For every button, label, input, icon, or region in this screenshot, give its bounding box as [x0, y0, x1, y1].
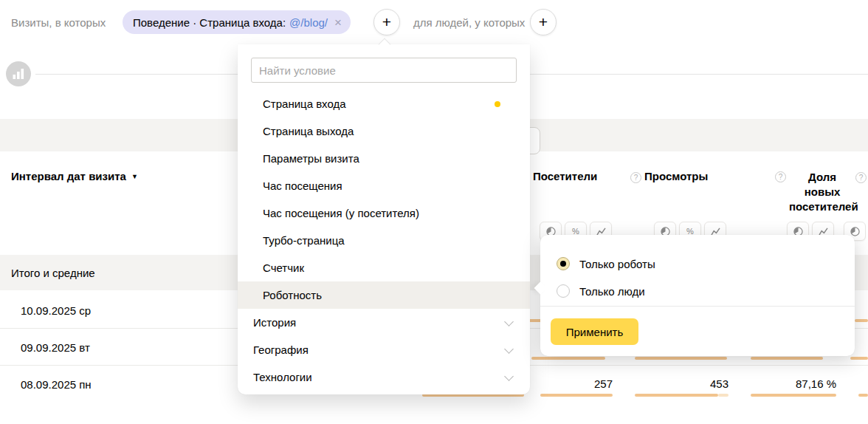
totals-label: Итого и средние — [11, 267, 95, 279]
date-interval-label: Интервал дат визита — [11, 170, 126, 182]
condition-search-input[interactable] — [251, 58, 517, 83]
help-icon[interactable]: ? — [630, 172, 641, 183]
category-label: История — [253, 316, 296, 329]
condition-label: Час посещения (у посетителя) — [263, 207, 419, 219]
column-header-visitors[interactable]: Посетители — [533, 170, 597, 182]
radio-only-humans[interactable]: Только люди — [557, 284, 645, 298]
table-row-date[interactable]: 09.09.2025 вт — [21, 341, 90, 354]
radio-label: Только люди — [579, 285, 645, 298]
sort-desc-icon: ▼ — [131, 173, 138, 180]
add-visit-condition-button[interactable]: + — [373, 9, 400, 35]
people-condition-label: для людей, у которых — [413, 16, 525, 29]
condition-item-visitor-hour[interactable]: Час посещения (у посетителя) — [238, 199, 530, 227]
condition-label: Страница выхода — [263, 125, 354, 137]
value-bar — [635, 394, 718, 397]
chevron-down-icon — [504, 344, 514, 354]
value-bar — [751, 394, 836, 397]
help-icon[interactable]: ? — [775, 171, 786, 182]
visitors-value: 257 — [539, 377, 613, 390]
value-bar — [540, 394, 613, 397]
value-bar-light-tail — [718, 394, 728, 397]
new-visitors-share-value: 87,16 % — [762, 377, 836, 390]
value-bar — [531, 357, 605, 360]
category-label: География — [253, 343, 309, 356]
table-row-date[interactable]: 10.09.2025 ср — [21, 304, 91, 317]
date-interval-column-header[interactable]: Интервал дат визита▼ — [11, 170, 138, 182]
line-chart-icon — [819, 228, 828, 236]
radio-selected-icon — [557, 257, 570, 270]
condition-category-technologies[interactable]: Технологии — [238, 363, 530, 391]
pie-chart-icon — [850, 227, 860, 236]
condition-item-counter[interactable]: Счетчик — [238, 254, 530, 281]
value-bar — [635, 357, 727, 360]
condition-label: Час посещения — [263, 179, 342, 192]
help-icon[interactable]: ? — [855, 172, 867, 183]
condition-label: Турбо-страница — [263, 234, 345, 247]
dropdown-pointer-notch — [379, 38, 391, 51]
condition-label: Счетчик — [263, 261, 304, 274]
condition-category-history[interactable]: История — [238, 309, 530, 336]
bar-chart-toggle-icon[interactable] — [6, 61, 31, 86]
condition-item-exit-page[interactable]: Страница выхода — [238, 117, 530, 145]
line-chart-icon — [711, 228, 720, 236]
value-bar — [850, 357, 868, 360]
chevron-down-icon — [504, 372, 514, 381]
radio-label: Только роботы — [579, 258, 655, 270]
condition-label: Роботность — [263, 289, 322, 301]
metrica-segment-report-screen: Визиты, в которых Поведение · Страница в… — [0, 0, 868, 424]
category-label: Технологии — [253, 371, 312, 383]
radio-unselected-icon — [557, 284, 570, 298]
column-header-pageviews[interactable]: Просмотры — [644, 170, 708, 182]
condition-item-robotness[interactable]: Роботность — [238, 281, 530, 309]
condition-label: Страница входа — [263, 98, 346, 110]
condition-list: Страница входа Страница выхода Параметры… — [238, 90, 530, 391]
popup-divider — [540, 306, 855, 307]
column-header-new-visitors-share[interactable]: ? Доля новых посетителей — [775, 171, 855, 214]
radio-only-robots[interactable]: Только роботы — [557, 257, 655, 270]
condition-dropdown-panel: Страница входа Страница выхода Параметры… — [238, 44, 530, 394]
line-chart-icon — [596, 228, 606, 236]
visits-condition-label: Визиты, в которых — [11, 16, 106, 29]
close-icon[interactable]: × — [334, 16, 342, 29]
value-bar — [855, 319, 868, 322]
condition-item-entry-page[interactable]: Страница входа — [238, 90, 530, 117]
condition-label: Параметры визита — [263, 152, 359, 165]
value-bar — [751, 357, 823, 360]
condition-item-visit-hour[interactable]: Час посещения — [238, 172, 530, 199]
condition-category-geography[interactable]: География — [238, 336, 530, 363]
condition-item-turbo-page[interactable]: Турбо-страница — [238, 227, 530, 254]
robotness-options-popup: Только роботы Только люди Применить — [540, 235, 855, 356]
add-people-condition-button[interactable]: + — [530, 9, 557, 35]
table-row-date[interactable]: 08.09.2025 пн — [21, 378, 92, 391]
active-condition-dot — [495, 101, 500, 107]
chip-label: Поведение · Страница входа: — [133, 16, 286, 29]
bar-chart-glyph — [13, 69, 24, 79]
condition-item-visit-params[interactable]: Параметры визита — [238, 145, 530, 172]
pageviews-value: 453 — [655, 377, 728, 390]
segment-chip-entry-page[interactable]: Поведение · Страница входа: @/blog/ × — [123, 10, 351, 34]
chevron-down-icon — [504, 317, 514, 326]
new-visitors-share-label: Доля новых посетителей — [789, 170, 855, 214]
chip-value-link[interactable]: @/blog/ — [289, 16, 328, 29]
value-bar — [858, 394, 868, 397]
apply-button[interactable]: Применить — [551, 318, 638, 345]
